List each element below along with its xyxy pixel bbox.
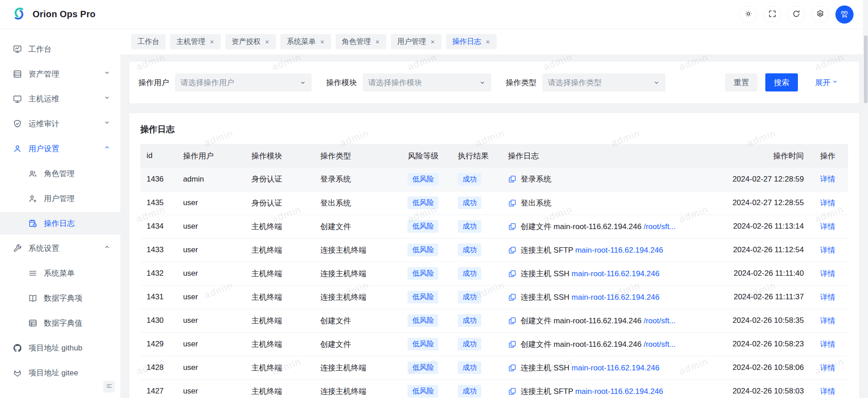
sidebar-collapse-button[interactable] — [103, 381, 115, 393]
filter-select[interactable]: 请选择操作类型 — [542, 73, 665, 91]
tab[interactable]: 角色管理 — [336, 34, 386, 49]
close-icon[interactable] — [375, 39, 380, 44]
copy-icon[interactable] — [508, 199, 517, 207]
refresh-button[interactable] — [787, 6, 805, 23]
copy-icon[interactable] — [508, 387, 517, 396]
sidebar-item[interactable]: 项目地址 github — [0, 336, 120, 359]
sidebar-item[interactable]: 用户管理 — [0, 187, 120, 210]
tab-label: 工作台 — [138, 37, 159, 47]
sidebar-item[interactable]: 操作日志 — [0, 212, 120, 235]
column-header: 执行结果 — [453, 144, 503, 168]
detail-link[interactable]: 详情 — [820, 222, 835, 231]
detail-link[interactable]: 详情 — [820, 316, 835, 325]
assets-icon — [13, 69, 22, 79]
detail-link[interactable]: 详情 — [820, 387, 835, 396]
close-icon[interactable] — [265, 39, 270, 44]
log-link[interactable]: main-root-116.62.194.246 — [575, 387, 663, 396]
sidebar-item[interactable]: 运维审计 — [0, 112, 120, 135]
tab[interactable]: 用户管理 — [391, 34, 441, 49]
copy-icon[interactable] — [508, 175, 517, 183]
log-link[interactable]: main-root-116.62.194.246 — [572, 364, 659, 372]
sidebar-item[interactable]: 数据字典值 — [0, 312, 120, 334]
log-link[interactable]: /root/sft... — [644, 222, 676, 231]
log-link[interactable]: main-root-116.62.194.246 — [575, 246, 663, 254]
host-icon — [13, 94, 22, 104]
detail-link[interactable]: 详情 — [820, 269, 835, 278]
log-text: 连接主机 SFTP — [521, 387, 575, 396]
sidebar-item[interactable]: 系统设置 — [0, 237, 120, 259]
tab[interactable]: 操作日志 — [446, 34, 497, 49]
cell-module: 主机终端 — [247, 332, 316, 356]
result-badge: 成功 — [458, 267, 481, 280]
filter-group: 操作模块请选择操作模块 — [326, 73, 491, 91]
tab[interactable]: 资产授权 — [225, 34, 276, 49]
sidebar-item[interactable]: 主机运维 — [0, 87, 120, 110]
copy-icon[interactable] — [508, 222, 517, 231]
tab-label: 系统菜单 — [287, 37, 316, 47]
sidebar-item[interactable]: 角色管理 — [0, 162, 120, 185]
cell-log: 登出系统 — [503, 191, 715, 215]
table-body: 1436admin身份认证登录系统低风险成功登录系统2024-02-27 12:… — [140, 168, 848, 398]
main-content: 工作台主机管理资产授权系统菜单角色管理用户管理操作日志 操作用户请选择操作用户操… — [120, 29, 868, 398]
fullscreen-button[interactable] — [764, 6, 781, 23]
close-icon[interactable] — [430, 39, 435, 44]
log-link[interactable]: main-root-116.62.194.246 — [572, 269, 659, 278]
sidebar-item[interactable]: 数据字典项 — [0, 287, 120, 309]
sidebar-item[interactable]: 系统菜单 — [0, 262, 120, 284]
copy-icon[interactable] — [508, 316, 517, 325]
sidebar-item-label: 系统设置 — [28, 243, 59, 254]
search-button[interactable]: 搜索 — [765, 73, 798, 91]
tab[interactable]: 主机管理 — [170, 34, 221, 49]
filter-group: 操作用户请选择操作用户 — [138, 73, 312, 91]
cell-risk: 低风险 — [403, 285, 453, 309]
sidebar-item-label: 项目地址 github — [28, 343, 82, 353]
cell-user: user — [179, 332, 247, 356]
grid-icon — [28, 318, 38, 328]
detail-link[interactable]: 详情 — [820, 246, 835, 254]
sidebar-item[interactable]: 工作台 — [0, 38, 120, 60]
detail-link[interactable]: 详情 — [820, 199, 835, 207]
close-icon[interactable] — [485, 39, 490, 44]
tab[interactable]: 系统菜单 — [280, 34, 331, 49]
cell-type: 创建文件 — [316, 309, 403, 332]
result-badge: 成功 — [458, 220, 481, 233]
detail-link[interactable]: 详情 — [820, 293, 835, 302]
cell-id: 1434 — [140, 215, 179, 238]
header-actions: 管 — [740, 5, 860, 24]
settings-button[interactable] — [811, 6, 829, 23]
cell-user: user — [179, 379, 247, 398]
copy-icon[interactable] — [508, 293, 517, 302]
detail-link[interactable]: 详情 — [820, 340, 835, 349]
cell-log: 登录系统 — [503, 168, 715, 191]
user-avatar[interactable]: 管 — [835, 5, 854, 24]
copy-icon[interactable] — [508, 364, 517, 372]
cell-time: 2024-02-26 11:12:54 — [715, 238, 809, 262]
scrollbar-thumb[interactable] — [864, 35, 868, 103]
copy-icon[interactable] — [508, 340, 517, 349]
sidebar-item[interactable]: 项目地址 gitee — [0, 361, 120, 384]
log-link[interactable]: /root/sft... — [644, 316, 676, 325]
reset-button[interactable]: 重置 — [725, 73, 758, 91]
wrench-icon — [13, 244, 22, 253]
menu-icon — [28, 269, 38, 278]
close-icon[interactable] — [209, 39, 214, 44]
sidebar-item[interactable]: 用户设置 — [0, 137, 120, 160]
copy-icon[interactable] — [508, 269, 517, 278]
close-icon[interactable] — [320, 39, 325, 44]
tab[interactable]: 工作台 — [131, 34, 166, 49]
result-badge: 成功 — [458, 173, 481, 186]
detail-link[interactable]: 详情 — [820, 175, 835, 183]
theme-button[interactable] — [740, 6, 757, 23]
scrollbar-track[interactable] — [863, 0, 868, 398]
filter-select[interactable]: 请选择操作用户 — [175, 73, 312, 91]
filter-select[interactable]: 请选择操作模块 — [363, 73, 491, 91]
column-header: 操作时间 — [715, 144, 809, 168]
cell-risk: 低风险 — [403, 168, 453, 191]
log-link[interactable]: main-root-116.62.194.246 — [572, 293, 659, 302]
log-card: 操作日志 id操作用户操作模块操作类型风险等级执行结果操作日志操作时间操作 14… — [129, 113, 859, 398]
detail-link[interactable]: 详情 — [820, 364, 835, 372]
log-link[interactable]: /root/sft... — [644, 340, 676, 349]
copy-icon[interactable] — [508, 246, 517, 254]
expand-toggle[interactable]: 展开 — [815, 77, 838, 88]
sidebar-item[interactable]: 资产管理 — [0, 62, 120, 85]
